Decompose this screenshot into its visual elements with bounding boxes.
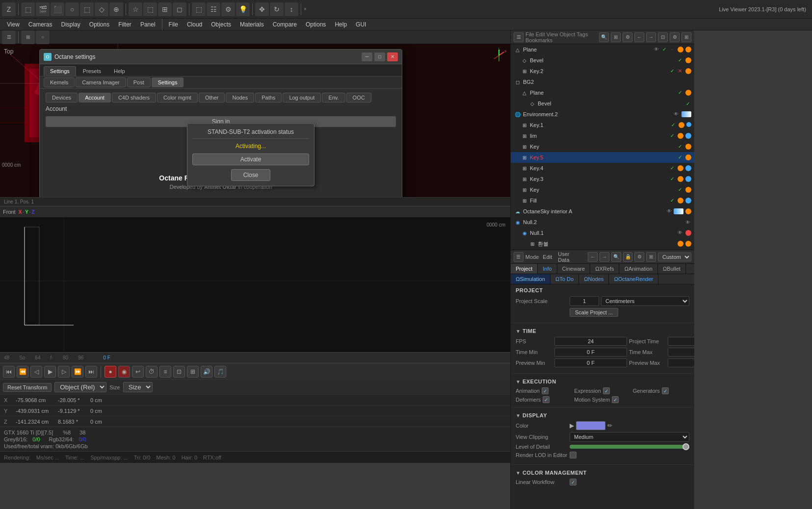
hier-gear-button[interactable]: ⚙ <box>670 32 680 42</box>
tab-animation[interactable]: ΩAnimation <box>619 264 657 274</box>
display-section-header[interactable]: ▼ DISPLAY <box>516 412 689 418</box>
menu-gui[interactable]: GUI <box>352 20 370 29</box>
hier-item-key2[interactable]: ⊞ Key.2 ✓ ✕ <box>511 66 694 76</box>
hier-arrow-right-button[interactable]: → <box>646 32 656 42</box>
hier-item-key1[interactable]: ⊞ Key.1 ✓ <box>511 120 694 130</box>
menu-compare[interactable]: Compare <box>269 20 301 29</box>
props-menu-btn[interactable]: ☰ <box>514 252 524 262</box>
toolbar-icon-6[interactable]: ◇ <box>95 2 108 16</box>
toolbar-icon-9[interactable]: ⬚ <box>143 2 157 16</box>
dialog-close-button[interactable]: ✕ <box>387 52 398 61</box>
hier-menu-button[interactable]: ☰ <box>514 32 524 42</box>
props-mode-dropdown[interactable]: Custom <box>658 253 691 261</box>
toolbar-icon-4[interactable]: ○ <box>65 2 79 16</box>
menu-options2[interactable]: Options <box>302 20 330 29</box>
deformers-checkbox[interactable] <box>543 396 550 403</box>
hier-maximize-button[interactable]: ⊞ <box>681 32 691 42</box>
octane-tab-nodes[interactable]: Nodes <box>226 93 254 102</box>
octane-tab-logoutput[interactable]: Log output <box>283 93 321 102</box>
project-scale-unit-dropdown[interactable]: Centimeters <box>601 296 689 306</box>
toolbar-icon-5[interactable]: ⬚ <box>80 2 94 16</box>
props-settings-btn[interactable]: ⚙ <box>634 252 644 262</box>
tab-nodes[interactable]: ΩNodes <box>579 274 609 284</box>
toolbar-icon-15[interactable]: 💡 <box>236 2 250 16</box>
transport-icon-5[interactable]: 🎵 <box>214 366 226 378</box>
props-back-btn[interactable]: ← <box>588 252 598 262</box>
hier-item-bevel-1[interactable]: ◇ Bevel ✓ <box>511 55 694 66</box>
menu-cameras[interactable]: Cameras <box>25 20 56 29</box>
toolbar-icon-8[interactable]: ☆ <box>129 2 142 16</box>
tab-xrefs[interactable]: ΩXRefs <box>590 264 619 274</box>
props-search-btn[interactable]: 🔍 <box>611 252 621 262</box>
render-lod-checkbox[interactable] <box>570 452 576 458</box>
octane-tab-env[interactable]: Env. <box>322 93 345 102</box>
hier-item-key-4b[interactable]: ⊞ Key ✓ <box>511 184 694 195</box>
menu-materials[interactable]: Materials <box>236 20 268 29</box>
project-time-input[interactable] <box>668 337 694 346</box>
color-mgmt-section-header[interactable]: ▼ COLOR MANAGEMENT <box>516 470 689 476</box>
record-button[interactable]: ● <box>105 366 116 378</box>
play-fwd-button[interactable]: ▷ <box>58 366 70 378</box>
hier-item-plane-2[interactable]: △ Plane ✓ <box>511 87 694 98</box>
octane-tab-post[interactable]: Post <box>127 77 151 87</box>
fps-input[interactable] <box>554 337 627 346</box>
hier-item-bevel-2[interactable]: ◇ Bevel ✓ <box>511 98 694 109</box>
step-fwd-button[interactable]: ⏩ <box>72 366 83 378</box>
menu-help[interactable]: Help <box>331 20 351 29</box>
octane-tab-ooc[interactable]: OOC <box>346 93 371 102</box>
octane-tab-kernels[interactable]: Kernels <box>44 77 75 87</box>
activate-button[interactable]: Activate <box>192 153 309 165</box>
hier-item-bg2[interactable]: ◻ BG2 <box>511 76 694 87</box>
octane-tab-paths[interactable]: Paths <box>255 93 282 102</box>
linear-workflow-checkbox[interactable] <box>570 479 576 485</box>
loop-button[interactable]: ↩ <box>132 366 144 378</box>
tab-bullet[interactable]: ΩBullet <box>658 264 686 274</box>
tab-cineware[interactable]: Cineware <box>557 264 590 274</box>
octane-tab-devices[interactable]: Devices <box>46 93 78 102</box>
menu-file[interactable]: File <box>165 20 182 29</box>
hier-item-key5[interactable]: ⊞ Key.5 ✓ <box>511 152 694 163</box>
menu-options[interactable]: Options <box>85 20 113 29</box>
toolbar-icon-12[interactable]: ⬚ <box>192 2 206 16</box>
menu-objects[interactable]: Objects <box>207 20 235 29</box>
hier-item-lim[interactable]: ⊞ lim ✓ <box>511 130 694 141</box>
octane-nav-help[interactable]: Help <box>108 67 131 76</box>
octane-nav-settings[interactable]: Settings <box>44 66 76 76</box>
hier-filter-button[interactable]: ⊡ <box>658 32 668 42</box>
octane-nav-presets[interactable]: Presets <box>77 67 107 76</box>
toolbar-icon-z[interactable]: Z <box>2 2 16 16</box>
time-min-input[interactable] <box>554 348 627 356</box>
project-scale-input[interactable] <box>570 296 599 306</box>
execution-section-header[interactable]: ▼ EXECUTION <box>516 379 689 384</box>
octane-tab-c4dshaders[interactable]: C4D shaders <box>112 93 156 102</box>
octane-tab-account[interactable]: Account <box>79 93 111 102</box>
toolbar-icon-move[interactable]: ✥ <box>255 2 269 16</box>
octane-tab-other[interactable]: Other <box>199 93 225 102</box>
transport-icon-3[interactable]: ⊞ <box>187 366 199 378</box>
tab-project[interactable]: Project <box>511 264 538 274</box>
record-2-button[interactable]: ◉ <box>118 366 130 378</box>
size-dropdown[interactable]: Size <box>123 382 153 392</box>
time-max-input[interactable] <box>668 348 694 356</box>
color-picker-icon[interactable]: ✏ <box>607 422 612 429</box>
goto-start-button[interactable]: ⏮ <box>3 366 15 378</box>
toolbar-icon-13[interactable]: ☷ <box>207 2 220 16</box>
hier-item-null2[interactable]: ◉ Null.2 👁 <box>511 217 694 228</box>
generators-checkbox[interactable] <box>662 387 669 394</box>
hier-arrow-left-button[interactable]: ← <box>634 32 644 42</box>
lod-slider-thumb[interactable] <box>682 443 689 450</box>
close-activation-button[interactable]: Close <box>231 169 270 181</box>
tab-octanerender[interactable]: ΩOctaneRender <box>609 274 658 284</box>
menu-display[interactable]: Display <box>57 20 84 29</box>
menu-view[interactable]: View <box>3 20 24 29</box>
hier-item-fill[interactable]: ⊞ Fill ✓ <box>511 195 694 206</box>
hier-item-null1[interactable]: ◉ Null.1 👁 <box>511 228 694 238</box>
hier-item-key-3[interactable]: ⊞ Key ✓ <box>511 141 694 152</box>
hier-item-key3[interactable]: ⊞ Key.3 ✓ <box>511 174 694 184</box>
toolbar-icon-2[interactable]: 🎬 <box>36 2 50 16</box>
toolbar-icon-1[interactable]: ⬚ <box>21 2 35 16</box>
menu-panel[interactable]: Panel <box>136 20 159 29</box>
hier-bell-button[interactable]: ⊞ <box>611 32 621 42</box>
motionsystem-checkbox[interactable] <box>612 396 619 403</box>
hier-item-hanbul1[interactable]: ⊞ 환볼 <box>511 238 694 249</box>
